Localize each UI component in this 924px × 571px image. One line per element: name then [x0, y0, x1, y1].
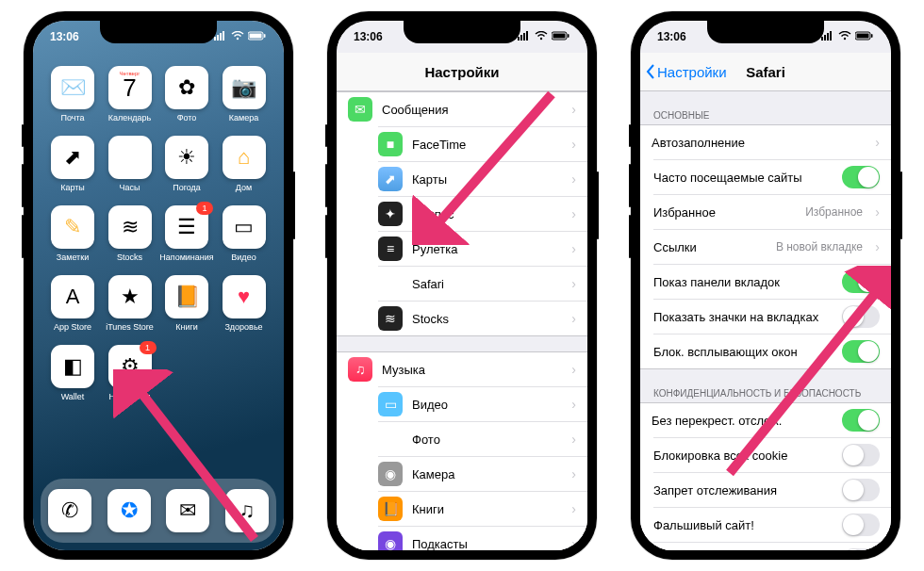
- books-app[interactable]: 📙Книги: [158, 275, 215, 332]
- home-app[interactable]: ⌂Дом: [216, 136, 272, 192]
- phone-app[interactable]: ✆: [41, 489, 98, 532]
- music-row[interactable]: ♫Музыка›: [337, 352, 587, 386]
- settings-app[interactable]: ⚙︎1Настройки: [102, 345, 158, 401]
- photos-app-icon: ✿: [165, 66, 208, 109]
- photos-row[interactable]: ✿Фото›: [378, 421, 587, 456]
- toggle[interactable]: [842, 305, 880, 328]
- app-label: Напоминания: [158, 253, 215, 262]
- videos-app-icon: ▭: [223, 205, 266, 249]
- camera-app[interactable]: 📷Камера: [216, 66, 272, 122]
- row-label: Показ панели вкладок: [653, 275, 780, 289]
- row-label: Без перекрест. отслеж.: [652, 414, 782, 428]
- messages-app[interactable]: ✉︎: [159, 489, 216, 532]
- messages-app-icon: ✉︎: [166, 489, 209, 532]
- clock-app[interactable]: ◷Часы: [102, 136, 158, 192]
- music-app[interactable]: ♫: [219, 489, 275, 532]
- popup-row[interactable]: Блок. всплывающих окон: [653, 334, 891, 368]
- mail-app[interactable]: ✉️Почта: [44, 66, 101, 122]
- back-button[interactable]: Настройки: [646, 64, 727, 80]
- safari-app[interactable]: ✪: [101, 489, 157, 532]
- status-time: 13:06: [50, 30, 93, 43]
- toggle[interactable]: [842, 340, 880, 363]
- notes-app[interactable]: ✎Заметки: [44, 205, 101, 262]
- toggle[interactable]: [842, 409, 880, 432]
- tab-icons-row[interactable]: Показать значки на вкладках: [653, 299, 891, 334]
- photos-app[interactable]: ✿Фото: [158, 66, 215, 122]
- toggle[interactable]: [842, 166, 880, 188]
- toggle[interactable]: [842, 444, 880, 466]
- app-label: App Store: [44, 322, 101, 332]
- measure-row[interactable]: ≡Рулетка›: [378, 231, 587, 266]
- podcasts-row[interactable]: ◉Подкасты›: [378, 526, 587, 550]
- svg-rect-21: [830, 31, 832, 41]
- videos-app[interactable]: ▭Видео: [216, 205, 272, 262]
- svg-rect-19: [824, 35, 826, 41]
- cookies-row[interactable]: Блокировка всех cookie: [653, 437, 891, 472]
- row-value: В новой вкладке: [776, 240, 863, 253]
- calendar-app[interactable]: 7ЧетвергКалендарь: [102, 66, 158, 122]
- chevron-icon: ›: [571, 276, 576, 291]
- dnt-row[interactable]: Запрет отслеживания: [653, 472, 891, 507]
- appstore-app-icon: A: [51, 275, 94, 318]
- phone-1-home: 13:06 ✉️Почта7ЧетвергКалендарь✿Фото📷Каме…: [24, 11, 293, 560]
- nav-bar: Настройки: [337, 53, 587, 91]
- video-row[interactable]: ▭Видео›: [378, 386, 587, 421]
- cammic-row[interactable]: Камера и микрофон: [653, 542, 891, 550]
- toggle[interactable]: [842, 270, 880, 293]
- battery-icon: [552, 30, 570, 43]
- health-app[interactable]: ♥Здоровье: [216, 275, 272, 332]
- app-label: Wallet: [44, 392, 101, 401]
- messages-row[interactable]: ✉︎Сообщения›: [337, 92, 587, 126]
- app-label: Stocks: [102, 253, 158, 262]
- wallet-app[interactable]: ◧Wallet: [44, 345, 101, 401]
- reminders-app[interactable]: ☰1Напоминания: [158, 205, 215, 262]
- app-label: Часы: [102, 183, 158, 192]
- badge: 1: [140, 341, 157, 354]
- music-row-icon: ♫: [348, 357, 372, 382]
- app-label: Календарь: [102, 113, 158, 122]
- messages-row-icon: ✉︎: [348, 97, 372, 122]
- weather-app[interactable]: ☀︎Погода: [158, 136, 215, 192]
- safari-row[interactable]: ✪Safari›: [378, 266, 587, 301]
- books-row[interactable]: 📙Книги›: [378, 491, 587, 526]
- home-app-icon: ⌂: [223, 136, 266, 179]
- row-label: Камера: [412, 467, 454, 481]
- tab-bar-row[interactable]: Показ панели вкладок: [653, 264, 891, 299]
- nav-title: Настройки: [424, 64, 499, 80]
- toggle[interactable]: [842, 514, 880, 536]
- svg-rect-12: [526, 31, 528, 41]
- toggle[interactable]: [842, 548, 880, 550]
- camera-row[interactable]: ◉Камера›: [378, 456, 587, 491]
- fav-row[interactable]: ИзбранноеИзбранное›: [653, 194, 891, 229]
- links-row[interactable]: СсылкиВ новой вкладке›: [653, 229, 891, 264]
- row-label: FaceTime: [412, 138, 466, 152]
- facetime-row[interactable]: ■FaceTime›: [378, 126, 587, 161]
- maps-app[interactable]: ⬈Карты: [44, 136, 101, 192]
- phone-app-icon: ✆: [48, 489, 91, 532]
- chevron-icon: ›: [571, 137, 576, 152]
- camera-app-icon: 📷: [223, 66, 266, 109]
- calendar-app-icon: 7Четверг: [108, 66, 152, 109]
- cross-track-row[interactable]: Без перекрест. отслеж.: [640, 403, 891, 437]
- stocks-row[interactable]: ≋Stocks›: [378, 301, 587, 335]
- svg-rect-24: [857, 34, 869, 39]
- freq-row[interactable]: Часто посещаемые сайты: [653, 159, 891, 194]
- stocks-app[interactable]: ≋Stocks: [102, 205, 158, 262]
- itunes-app[interactable]: ★iTunes Store: [102, 275, 158, 332]
- maps-row[interactable]: ⬈Карты›: [378, 161, 587, 196]
- fraud-row[interactable]: Фальшивый сайт!: [653, 507, 891, 542]
- svg-rect-0: [214, 37, 216, 41]
- stocks-app-icon: ≋: [108, 205, 152, 249]
- toggle[interactable]: [842, 479, 880, 501]
- row-label: Блок. всплывающих окон: [653, 345, 798, 359]
- appstore-app[interactable]: AApp Store: [44, 275, 101, 332]
- weather-app-icon: ☀︎: [165, 136, 208, 179]
- compass-row[interactable]: ✦Компас›: [378, 196, 587, 231]
- app-label: Погода: [158, 183, 215, 192]
- chevron-icon: ›: [571, 102, 576, 117]
- autofill-row[interactable]: Автозаполнение›: [640, 125, 891, 159]
- row-label: Safari: [412, 277, 444, 291]
- chevron-icon: ›: [571, 536, 576, 550]
- chevron-icon: ›: [875, 135, 880, 150]
- books-app-icon: 📙: [165, 275, 208, 318]
